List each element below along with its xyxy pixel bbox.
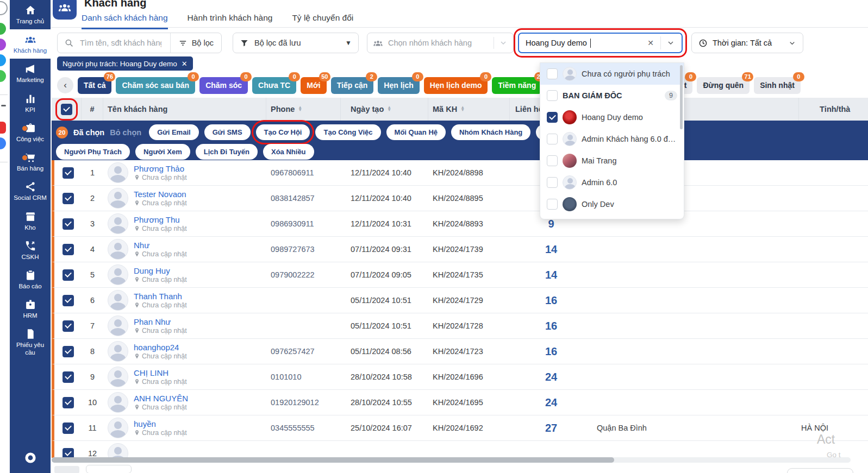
customer-name-link[interactable]: Như	[134, 241, 187, 250]
row-checkbox[interactable]	[63, 244, 74, 255]
table-row[interactable]: 5 Dung Huy Chưa cập nhật 0979002222 07/1…	[52, 262, 868, 288]
select-all-checkbox[interactable]	[61, 104, 72, 115]
table-row[interactable]: 3 Phương Thu Chưa cập nhật 0986930911 12…	[52, 211, 868, 237]
sort-icon[interactable]: ▲▼	[387, 106, 391, 112]
option-checkbox[interactable]	[547, 112, 558, 123]
col-header-code[interactable]: Mã KH▲▼	[428, 98, 510, 121]
assignee-option[interactable]: BAN GIÁM ĐỐC 9	[540, 85, 684, 106]
row-checkbox[interactable]	[63, 448, 74, 458]
time-filter-select[interactable]: Thời gian: Tất cả	[691, 33, 803, 53]
row-checkbox[interactable]	[63, 320, 74, 332]
bulk-action-button[interactable]: Gửi SMS	[204, 124, 251, 140]
table-row[interactable]: 12	[52, 441, 868, 458]
option-checkbox[interactable]	[547, 90, 558, 101]
customer-phone[interactable]	[266, 441, 341, 458]
row-checkbox[interactable]	[63, 371, 74, 383]
dock-icon[interactable]	[0, 70, 6, 82]
status-tag[interactable]: Tiềm năng 20	[492, 77, 542, 94]
dock-icon[interactable]	[0, 23, 6, 35]
sort-icon[interactable]: ▲▼	[298, 106, 302, 112]
customer-phone[interactable]: 0967806911	[266, 160, 341, 185]
customer-phone[interactable]: 0989727673	[266, 237, 341, 262]
assignee-option[interactable]: Only Dev	[540, 193, 684, 215]
status-tag[interactable]: Chăm sóc 0	[199, 77, 248, 94]
contact-count[interactable]: 24	[510, 390, 592, 415]
dock-icon[interactable]	[0, 162, 8, 162]
sidebar-item[interactable]: HRM	[10, 294, 51, 324]
row-checkbox[interactable]	[63, 193, 74, 204]
sidebar-item[interactable]: Khách hàng	[10, 29, 51, 59]
assignee-filter-input[interactable]: Hoang Duy demo ✕	[518, 33, 683, 53]
sidebar-item[interactable]: Social CRM	[10, 176, 51, 206]
bulk-action-button[interactable]: Lịch Đi Tuyến	[196, 144, 258, 160]
table-row[interactable]: 7 Phan Như Chưa cập nhật 05/11/2024 10:5…	[52, 313, 868, 339]
search-input[interactable]	[79, 38, 163, 48]
sidebar-item[interactable]: Công việc	[10, 118, 51, 147]
dropdown-scrollbar[interactable]	[680, 65, 683, 129]
sidebar-item[interactable]: Bán hàng	[10, 147, 51, 176]
table-row[interactable]: 4 Như Chưa cập nhật 0989727673 07/11/202…	[52, 237, 868, 262]
sidebar-item[interactable]: Phiếu yêu cầu	[10, 324, 51, 360]
row-checkbox[interactable]	[63, 269, 74, 281]
table-row[interactable]: 8 hoanghop24 Chưa cập nhật 0976257427 05…	[52, 339, 868, 364]
sidebar-item[interactable]: CSKH	[10, 236, 51, 265]
assignee-option[interactable]: Chưa có người phụ trách	[540, 63, 684, 85]
customer-phone[interactable]	[266, 288, 341, 313]
customer-name-link[interactable]: huyền	[134, 419, 187, 428]
customer-phone[interactable]	[266, 313, 341, 338]
row-checkbox[interactable]	[63, 218, 74, 230]
bulk-action-button[interactable]: Xóa Nhiều	[263, 144, 314, 160]
status-tag[interactable]: Đừng quên 71	[697, 77, 750, 94]
chip-close-icon[interactable]: ✕	[182, 60, 188, 68]
status-tag[interactable]: Hẹn lịch 0	[378, 77, 419, 94]
contact-count[interactable]: 16	[510, 313, 592, 338]
col-header-phone[interactable]: Phone▲▼	[266, 98, 341, 121]
status-tag[interactable]: Chăm sóc sau bán 0	[116, 77, 195, 94]
filter-button[interactable]: Bộ lọc	[170, 33, 221, 53]
customer-name-link[interactable]: Phương Thu	[134, 215, 187, 224]
assignee-option[interactable]: Hoang Duy demo	[540, 106, 684, 128]
customer-name-link[interactable]: CHỊ LINH	[134, 368, 187, 377]
row-checkbox[interactable]	[63, 295, 74, 306]
sidebar-item[interactable]: Trang chủ	[10, 0, 51, 29]
option-checkbox[interactable]	[547, 68, 558, 79]
customer-name-link[interactable]: Thanh Thanh	[134, 292, 187, 301]
contact-count[interactable]: 27	[510, 415, 592, 440]
table-row[interactable]: 1 Phương Thảo Chưa cập nhật 0967806911 1…	[52, 160, 868, 186]
search-field[interactable]	[58, 38, 170, 48]
dock-icon[interactable]	[0, 1, 8, 15]
bulk-action-button[interactable]: Mối Quan Hệ	[386, 124, 446, 140]
deselect-button[interactable]: Bỏ chọn	[110, 128, 141, 137]
option-checkbox[interactable]	[547, 199, 558, 210]
dock-icon[interactable]	[0, 54, 6, 66]
customer-name-link[interactable]: ANH NGUYÊN	[134, 394, 188, 403]
contact-count[interactable]: 14	[510, 262, 592, 287]
row-checkbox[interactable]	[63, 346, 74, 357]
dock-icon[interactable]	[0, 39, 6, 51]
table-row[interactable]: 9 CHỊ LINH Chưa cập nhật 0101010 28/10/2…	[52, 364, 868, 390]
scrollbar-thumb[interactable]	[52, 457, 614, 463]
dock-icon[interactable]	[0, 122, 6, 134]
status-tag[interactable]: Tất cả 76	[78, 77, 111, 94]
bulk-action-button[interactable]: Tạo Cơ Hội	[256, 124, 310, 140]
customer-name-link[interactable]: hoanghop24	[134, 343, 187, 352]
assignee-option[interactable]: Admin Khách hàng 6.0 để Test	[540, 128, 684, 150]
table-row[interactable]: 11 huyền Chưa cập nhật 0345555555 25/10/…	[52, 415, 868, 441]
table-row[interactable]: 10 ANH NGUYÊN Chưa cập nhật 01920129012 …	[52, 390, 868, 415]
bulk-action-button[interactable]: Người Xem	[135, 144, 190, 160]
option-checkbox[interactable]	[547, 155, 558, 166]
clear-icon[interactable]: ✕	[644, 39, 657, 47]
horizontal-scrollbar[interactable]	[52, 457, 851, 463]
status-tag[interactable]: Hẹn lịch demo 0	[424, 77, 488, 94]
customer-name-link[interactable]: Phan Như	[134, 317, 187, 326]
dock-icon[interactable]	[1, 105, 6, 106]
table-row[interactable]: 2 Tester Novaon Chưa cập nhật 0838142857…	[52, 186, 868, 211]
sort-icon[interactable]: ▲▼	[460, 106, 465, 112]
customer-name-link[interactable]: Tester Novaon	[134, 190, 187, 199]
applied-filter-chip[interactable]: Người phụ trách: Hoang Duy demo ✕	[57, 56, 193, 71]
customer-name-link[interactable]: Phương Thảo	[134, 164, 187, 173]
help-button[interactable]	[10, 444, 51, 473]
status-tag[interactable]: Chưa TC 0	[252, 77, 296, 94]
option-checkbox[interactable]	[547, 177, 558, 188]
pagination-fragment[interactable]	[54, 466, 79, 473]
